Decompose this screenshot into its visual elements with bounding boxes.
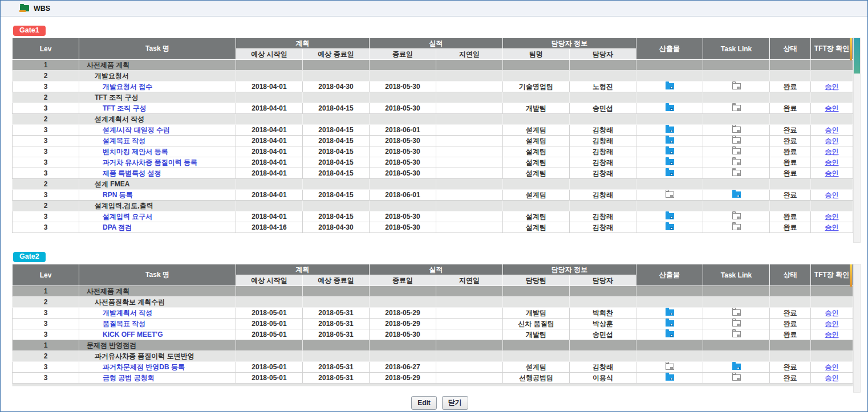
deliverable-folder-icon[interactable] <box>666 320 674 327</box>
task-name-link[interactable]: 품질목표 작성 <box>103 320 145 328</box>
lev-cell: 2 <box>13 179 79 190</box>
approve-link[interactable]: 승인 <box>825 148 839 156</box>
task-cell: RPN 등록 <box>79 190 236 201</box>
task-link-folder-icon[interactable] <box>732 127 741 133</box>
approve-link[interactable]: 승인 <box>825 331 839 338</box>
task-link-folder-icon[interactable] <box>732 364 741 370</box>
lev-cell: 1 <box>13 60 79 71</box>
gate2-vertical-scrollbar[interactable] <box>853 264 861 393</box>
task-link-folder-icon[interactable] <box>732 191 741 198</box>
deliverable-folder-icon[interactable] <box>666 224 674 230</box>
plan-start-cell: 2018-04-01 <box>236 125 303 136</box>
delay-cell <box>436 201 503 211</box>
col-group-owner: 담당자 정보 <box>503 264 636 275</box>
task-name-link[interactable]: 과거차문제점 반영DB 등록 <box>103 363 185 371</box>
plan-end-cell: 2018-04-15 <box>303 211 370 222</box>
task-link-folder-icon[interactable] <box>732 374 741 381</box>
task-name-link[interactable]: 설계목표 작성 <box>103 137 145 145</box>
approve-link[interactable]: 승인 <box>825 309 839 317</box>
approve-link[interactable]: 승인 <box>825 191 839 199</box>
person-cell <box>570 92 636 103</box>
task-link-cell <box>703 146 770 157</box>
deliverable-folder-icon[interactable] <box>666 191 674 198</box>
deliverable-folder-icon[interactable] <box>666 127 674 133</box>
approve-link[interactable]: 승인 <box>825 137 839 145</box>
tft-confirm-cell <box>811 179 853 190</box>
actual-end-cell <box>370 92 436 103</box>
approve-link[interactable]: 승인 <box>825 363 839 371</box>
approve-link[interactable]: 승인 <box>825 126 839 134</box>
plan-start-cell: 2018-04-16 <box>236 222 303 233</box>
task-name-link[interactable]: RPN 등록 <box>103 191 133 199</box>
close-button[interactable]: 닫기 <box>442 396 468 410</box>
approve-link[interactable]: 승인 <box>825 83 839 91</box>
approve-link[interactable]: 승인 <box>825 213 839 221</box>
task-link-folder-icon[interactable] <box>732 83 741 89</box>
task-link-folder-icon[interactable] <box>732 159 741 165</box>
task-link-folder-icon[interactable] <box>732 309 741 316</box>
edit-button[interactable]: Edit <box>411 396 437 410</box>
deliverable-folder-icon[interactable] <box>666 213 674 219</box>
tft-confirm-cell: 승인 <box>811 81 853 92</box>
approve-link[interactable]: 승인 <box>825 169 839 177</box>
task-link-folder-icon[interactable] <box>732 224 741 230</box>
task-link-cell <box>703 362 770 373</box>
task-link-folder-icon[interactable] <box>732 148 741 154</box>
approve-link[interactable]: 승인 <box>825 104 839 112</box>
deliverable-folder-icon[interactable] <box>666 374 674 381</box>
actual-end-cell: 2018-05-30 <box>370 136 436 146</box>
approve-link[interactable]: 승인 <box>825 223 839 231</box>
deliverable-cell <box>636 297 703 308</box>
person-cell <box>570 286 636 297</box>
table-row: 3설계입력 요구서2018-04-012018-04-152018-05-30설… <box>13 211 853 222</box>
task-name-link[interactable]: KICK OFF MEET'G <box>103 331 163 338</box>
deliverable-folder-icon[interactable] <box>666 364 674 370</box>
task-name-link[interactable]: 설계입력 요구서 <box>103 213 152 221</box>
deliverable-folder-icon[interactable] <box>666 105 674 111</box>
actual-end-cell: 2018-05-30 <box>370 81 436 92</box>
task-name-link[interactable]: 벤치마킹 제안서 등록 <box>103 148 168 156</box>
task-name-link[interactable]: 개발요청서 접수 <box>103 83 152 91</box>
deliverable-folder-icon[interactable] <box>666 137 674 144</box>
task-link-folder-icon[interactable] <box>732 320 741 327</box>
tft-confirm-cell: 승인 <box>811 136 853 146</box>
plan-start-cell <box>236 71 303 81</box>
deliverable-folder-icon[interactable] <box>666 83 674 89</box>
deliverable-folder-icon[interactable] <box>666 148 674 154</box>
plan-end-cell: 2018-04-15 <box>303 136 370 146</box>
task-name-link[interactable]: 과거차 유사차종 품질이력 등록 <box>103 158 197 166</box>
task-link-folder-icon[interactable] <box>732 213 741 219</box>
task-link-folder-icon[interactable] <box>732 331 741 337</box>
col-header-person: 담당자 <box>570 49 636 60</box>
gate1-vertical-scrollbar[interactable] <box>853 38 861 243</box>
task-name-link[interactable]: DPA 점검 <box>103 223 132 231</box>
task-link-folder-icon[interactable] <box>732 105 741 111</box>
plan-start-cell <box>236 201 303 211</box>
gate1-scrollbar-thumb[interactable] <box>854 38 860 74</box>
task-name-link[interactable]: 금형 공법 공청회 <box>103 374 155 382</box>
actual-end-cell: 2018-05-30 <box>370 168 436 179</box>
task-cell: 설계 FMEA <box>79 179 236 190</box>
delay-cell <box>436 92 503 103</box>
approve-link[interactable]: 승인 <box>825 374 839 382</box>
plan-start-cell: 2018-04-01 <box>236 190 303 201</box>
plan-end-cell <box>303 201 370 211</box>
task-link-cell <box>703 297 770 308</box>
deliverable-folder-icon[interactable] <box>666 309 674 316</box>
task-link-folder-icon[interactable] <box>732 170 741 176</box>
task-name-link[interactable]: 제품 특별특성 설정 <box>103 169 161 177</box>
col-header-plan-end: 예상 종료일 <box>303 49 370 60</box>
deliverable-cell <box>636 146 703 157</box>
task-link-folder-icon[interactable] <box>732 137 741 144</box>
deliverable-folder-icon[interactable] <box>666 331 674 337</box>
task-name-link[interactable]: 설계/시작 대일정 수립 <box>103 126 170 134</box>
approve-link[interactable]: 승인 <box>825 158 839 166</box>
team-cell: 설계팀 <box>503 136 570 146</box>
task-name-link[interactable]: 개발계획서 작성 <box>103 309 152 317</box>
approve-link[interactable]: 승인 <box>825 320 839 328</box>
status-cell: 완료 <box>770 81 811 92</box>
deliverable-folder-icon[interactable] <box>666 159 674 165</box>
table-row: 2개발요청서 <box>13 71 853 81</box>
deliverable-folder-icon[interactable] <box>666 170 674 176</box>
task-name-link[interactable]: TFT 조직 구성 <box>103 104 147 112</box>
